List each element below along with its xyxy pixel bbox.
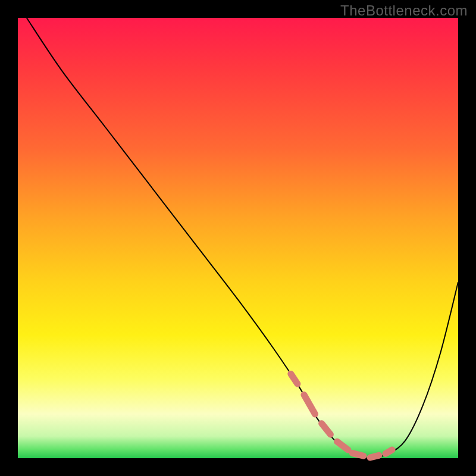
bottleneck-curve [27, 18, 458, 458]
valley-dash [322, 424, 331, 435]
chart-frame: TheBottleneck.com [0, 0, 476, 476]
valley-dash [291, 374, 298, 384]
chart-plot-area [18, 18, 458, 458]
valley-dash [352, 453, 364, 456]
watermark-label: TheBottleneck.com [340, 2, 468, 19]
valley-dashes [291, 374, 392, 458]
valley-dash [370, 455, 379, 458]
chart-svg [18, 18, 458, 458]
valley-dash [304, 395, 315, 414]
valley-dash [386, 450, 392, 453]
valley-dash [337, 441, 349, 450]
